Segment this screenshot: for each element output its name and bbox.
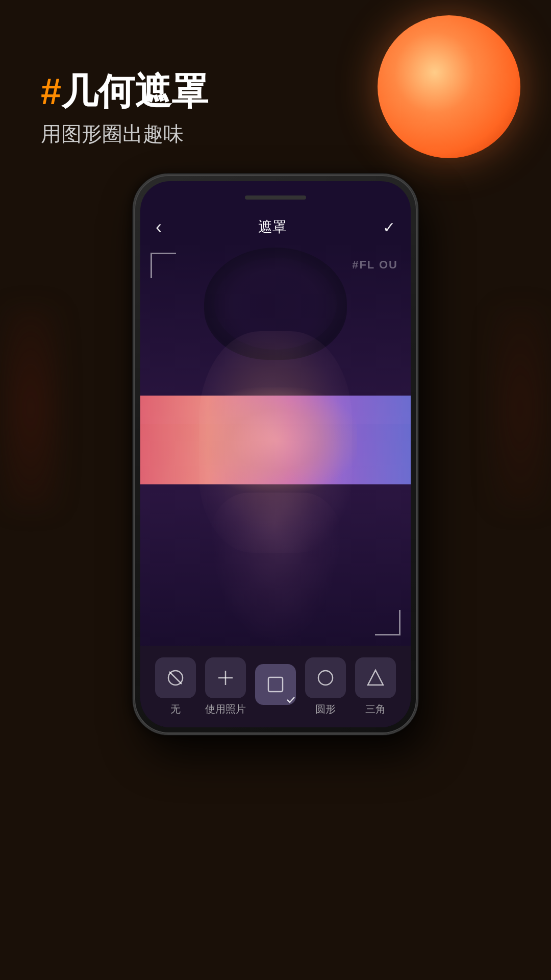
bg-blur-left [0,306,61,510]
plus-icon-wrap [205,657,246,698]
tool-circle[interactable]: 圆形 [300,657,350,716]
square-icon-wrap [255,664,296,705]
app-toolbar: 无 使用照片 [140,646,411,727]
page-subtitle: 用图形圈出趣味 [41,120,208,148]
phone-screen: ‹ 遮罩 ✓ [140,181,411,727]
page-title: #几何遮罩 [41,71,208,112]
app-header: ‹ 遮罩 ✓ [140,212,411,242]
triangle-icon [365,668,386,688]
triangle-label: 三角 [365,702,386,716]
screen-title: 遮罩 [258,217,287,237]
watermark-text: #FL OU [352,258,398,273]
confirm-button[interactable]: ✓ [383,218,395,236]
svg-line-1 [169,672,182,684]
tool-none[interactable]: 无 [151,657,201,716]
tool-square[interactable] [251,664,300,709]
title-section: #几何遮罩 用图形圈出趣味 [41,71,208,148]
svg-point-5 [318,671,333,685]
bg-blur-right [490,306,551,510]
none-icon-wrap [155,657,196,698]
square-icon [265,674,286,695]
no-icon [165,668,186,688]
circle-icon-wrap [305,657,346,698]
check-icon [286,695,295,704]
bg-orb [378,15,520,158]
triangle-icon-wrap [355,657,396,698]
svg-marker-6 [368,670,383,685]
mute-button [133,277,134,303]
power-button [417,318,418,359]
phone-body: ‹ 遮罩 ✓ [133,174,418,735]
plus-icon [215,668,236,688]
circle-icon [315,668,336,688]
corner-bracket-bottom-right [375,610,400,635]
tool-use-photo[interactable]: 使用照片 [201,657,251,716]
image-area: #FL OU [140,242,411,646]
face-in-band [194,387,357,492]
none-label: 无 [170,702,181,716]
title-hash: # [41,71,61,112]
tool-triangle[interactable]: 三角 [350,657,400,716]
volume-up-button [133,313,134,359]
active-check [285,694,297,706]
use-photo-label: 使用照片 [205,702,246,716]
back-button[interactable]: ‹ [156,216,162,238]
circle-label: 圆形 [315,702,336,716]
svg-rect-4 [268,677,283,692]
corner-bracket-top-left [151,253,176,278]
phone-mockup: ‹ 遮罩 ✓ [133,174,418,735]
speaker-grill [245,195,306,200]
volume-down-button [133,369,134,415]
